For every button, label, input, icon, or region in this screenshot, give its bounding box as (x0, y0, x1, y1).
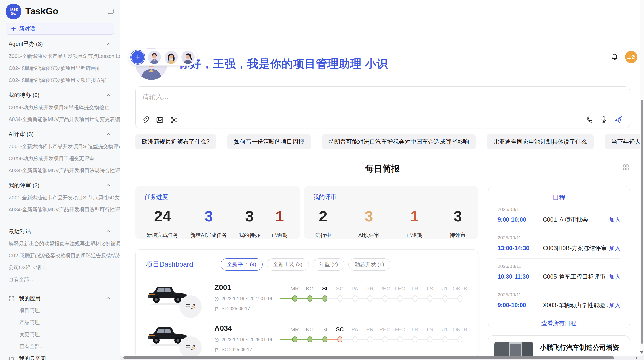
sidebar-item-cloud-space[interactable]: 我的云空间 (0, 352, 120, 360)
list-item[interactable]: A034-全新新能源MUV产品开发项目造型可行性评审 (0, 204, 120, 216)
group-my-review[interactable]: 我的评审 (2) (0, 176, 120, 192)
sidebar-item-project-mgmt[interactable]: 项目管理 (0, 305, 120, 317)
schedule-date: 2025/03/11 (497, 207, 620, 212)
sidebar-item-change-mgmt[interactable]: 变更管理 (0, 328, 120, 340)
view-all-recent[interactable]: 查看全部... (0, 274, 120, 286)
group-title: 最近对话 (9, 228, 31, 235)
sidebar-item-my-apps[interactable]: 我的应用 (0, 292, 120, 305)
new-chat-button[interactable]: 新对话 (6, 23, 114, 35)
schedule-item: 2025/03/11 13:00-14:30 C003|H0B-方案冻结评审 加… (497, 230, 620, 259)
milestone-label: PR (366, 326, 373, 333)
project-row[interactable]: 王强 A034 2023-12-19 ~ 2026-01-19 SC-2025-… (146, 324, 467, 352)
group-title: AI评审 (3) (9, 130, 34, 138)
milestone-dot (322, 295, 327, 302)
dashboard-filters: 全新平台 (4) 全新上装 (3) 年型 (2) 动总开发 (1) (221, 258, 390, 271)
stat-label: 待评审 (450, 232, 466, 239)
mic-icon[interactable] (600, 116, 608, 124)
chat-composer[interactable]: 请输入... (135, 86, 630, 128)
milestone-label: LR (412, 326, 418, 333)
user-avatar[interactable]: 王强 (625, 51, 637, 63)
phone-icon[interactable] (586, 116, 593, 124)
list-item[interactable]: 公司Q3轻卡销量 (0, 262, 120, 274)
agent-avatar-1[interactable] (148, 51, 161, 64)
join-link[interactable]: 加入 (609, 245, 620, 252)
suggestion-chip[interactable]: 欧洲新规最近颁布了什么? (135, 134, 216, 149)
filter-new-body[interactable]: 全新上装 (3) (267, 258, 309, 271)
agent-avatar-2[interactable] (165, 51, 178, 64)
vertical-scrollbar-thumb[interactable] (641, 100, 643, 344)
list-item[interactable]: C0X4-动力总成开发项目SI里程碑提交物检查 (0, 101, 120, 113)
project-dates: 2023-12-19 ~ 2026-01-19 (222, 337, 272, 342)
milestone-dot (442, 336, 447, 342)
sidebar-item-product-mgmt[interactable]: 产品管理 (0, 317, 120, 328)
scroll-right-arrow-icon[interactable] (636, 356, 638, 359)
schedule-title: 日程 (497, 193, 620, 202)
filter-powertrain[interactable]: 动总开发 (1) (348, 258, 391, 271)
folder-icon (9, 356, 14, 360)
milestone-label: PR (366, 285, 373, 292)
suggestion-chip[interactable]: 当下年轻人对汽车外观有怎样的喜好趋势 (605, 134, 644, 149)
chevron-up-icon[interactable] (106, 229, 111, 234)
filter-new-platform[interactable]: 全新平台 (4) (221, 258, 263, 271)
view-all-apps[interactable]: 查看全部... (0, 340, 120, 352)
bell-icon[interactable] (611, 53, 619, 61)
schedule-event: C003|H0B-方案冻结评审 (543, 244, 609, 252)
list-item[interactable]: C0X4-动力总成开发项目工程变更评审 (0, 153, 120, 164)
milestone-label: J1 (442, 326, 448, 333)
sidebar-collapse-icon[interactable] (107, 8, 114, 15)
greeting-text: 你好，王强，我是你的项目管理助理 小识 (179, 56, 388, 71)
list-item[interactable]: A034-全新新能源MUV产品开发项目法规符合性评审 (0, 164, 120, 176)
chevron-up-icon[interactable] (106, 132, 111, 137)
horizontal-scrollbar-thumb[interactable] (123, 356, 614, 359)
stat-label: AI预评审 (358, 232, 379, 239)
suggestion-chip[interactable]: 比亚迪全固态电池计划具体说了什么 (487, 134, 594, 149)
daily-briefing-title: 每日简报 (365, 164, 400, 173)
project-code: Z001 (214, 283, 278, 292)
join-link[interactable]: 加入 (609, 302, 620, 309)
app-logo: Task Go (6, 4, 21, 19)
agent-switcher (129, 49, 197, 66)
project-row[interactable]: 王强 Z001 2023-12-19 ~ 2027-01-19 SI-2025-… (146, 283, 467, 311)
chevron-up-icon[interactable] (106, 296, 111, 301)
join-link[interactable]: 加入 (609, 216, 620, 224)
milestone-dot (382, 336, 387, 342)
stat-label: 新增完成任务 (147, 232, 179, 239)
list-item[interactable]: Z001-全新燃油轻卡产品开发项目SI节点属性5D文件评审 (0, 192, 120, 204)
group-my-todo[interactable]: 我的待办 (2) (0, 86, 120, 101)
list-item[interactable]: C02-飞腾新能源轻客改款项目的闭环通告反馈情况 (0, 250, 120, 262)
stat-value: 1 (406, 207, 422, 225)
list-item[interactable]: 解释最新出台的欧盟报废车法规再生塑料比例被调至15%... (0, 238, 120, 250)
list-item[interactable]: C02-飞腾新能源轻客改款项目立项汇报方案 (0, 74, 120, 86)
stat-value: 2 (315, 207, 331, 225)
filter-model-year[interactable]: 年型 (2) (313, 258, 344, 271)
list-item[interactable]: C02-飞腾新能源轻客改款项目里程碑画布 (0, 62, 120, 74)
list-item[interactable]: Z001-全新燃油轻卡产品开发项目SI造型提交物评审 (0, 141, 120, 153)
send-icon[interactable] (614, 116, 622, 124)
chevron-up-icon[interactable] (106, 183, 111, 188)
milestone-dot (367, 295, 372, 302)
group-agent-done[interactable]: Agent已办 (3) (0, 35, 120, 50)
stat-review-overdue: 1 已逾期 (406, 207, 422, 239)
schedule-item: 2025/03/11 10:30-11:30 C005-整车工程目标评审 加入 (497, 259, 620, 287)
layout-grid-icon[interactable] (623, 164, 629, 171)
chevron-up-icon[interactable] (106, 41, 111, 47)
suggestion-chip[interactable]: 如何写一份清晰的项目周报 (227, 134, 311, 149)
list-item[interactable]: A034-全新新能源MUV产品开发项目计划变更表编写 (0, 113, 120, 125)
group-recent-chats[interactable]: 最近对话 (0, 222, 120, 238)
view-all-schedule-link[interactable]: 查看所有日程 (497, 319, 620, 327)
milestone-dot (427, 336, 432, 342)
attachment-icon[interactable] (142, 116, 149, 124)
scissors-icon[interactable] (170, 116, 178, 124)
list-item[interactable]: Z001-全新燃油皮卡产品开发项目SI节点Lesson Learn报告 (0, 50, 120, 62)
suggestion-chip[interactable]: 特朗普可能对进口汽车增税会对中国车企造成哪些影响 (322, 134, 476, 149)
stat-value: 1 (272, 207, 288, 225)
agent-avatar-3[interactable] (181, 51, 195, 64)
join-link[interactable]: 加入 (609, 273, 620, 281)
milestone-label: MR (290, 326, 299, 333)
image-upload-icon[interactable] (156, 116, 164, 124)
group-ai-review[interactable]: AI评审 (3) (0, 125, 120, 141)
milestone-dot (352, 336, 357, 342)
chevron-up-icon[interactable] (106, 93, 111, 98)
scroll-down-arrow-icon[interactable] (640, 351, 643, 354)
add-agent-button[interactable] (131, 51, 144, 64)
